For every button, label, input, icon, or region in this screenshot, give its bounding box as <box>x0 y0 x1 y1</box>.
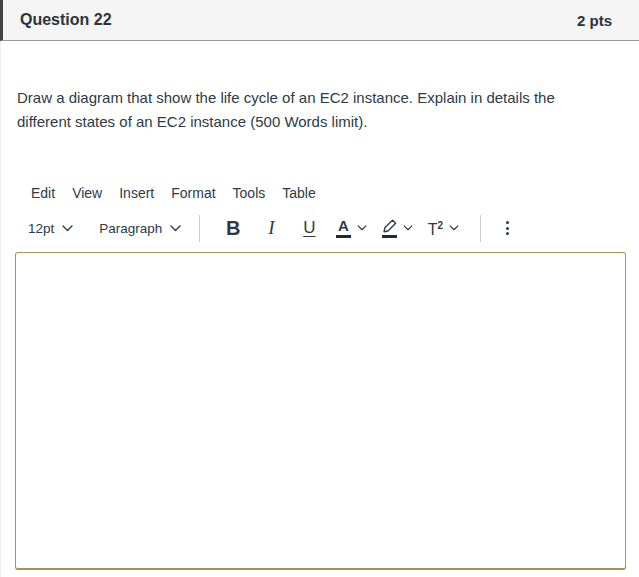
menu-format[interactable]: Format <box>167 183 219 203</box>
highlight-color-button[interactable] <box>374 214 420 242</box>
text-color-button[interactable]: A <box>328 214 374 242</box>
paragraph-format-value: Paragraph <box>99 221 162 236</box>
underline-button[interactable]: U <box>290 214 328 242</box>
question-card: Question 22 2 pts Draw a diagram that sh… <box>0 0 639 577</box>
bold-button[interactable]: B <box>214 214 252 242</box>
question-header: Question 22 2 pts <box>0 0 639 41</box>
menu-insert[interactable]: Insert <box>115 183 158 203</box>
chevron-down-icon <box>449 225 459 231</box>
text-color-icon: A <box>336 219 351 238</box>
paragraph-format-dropdown[interactable]: Paragraph <box>95 221 185 236</box>
question-body: Draw a diagram that show the life cycle … <box>0 41 639 577</box>
editor-menubar: Edit View Insert Format Tools Table <box>27 183 639 203</box>
question-points: 2 pts <box>577 12 612 29</box>
toolbar-divider <box>480 215 481 242</box>
underline-icon: U <box>303 218 315 238</box>
menu-view[interactable]: View <box>68 183 106 203</box>
highlighter-pen-icon <box>382 219 397 238</box>
chevron-down-icon <box>357 225 367 231</box>
italic-icon: I <box>268 217 274 239</box>
font-size-dropdown[interactable]: 12pt <box>24 221 77 236</box>
kebab-menu-icon <box>506 221 509 224</box>
question-text: Draw a diagram that show the life cycle … <box>1 41 607 134</box>
chevron-down-icon <box>170 225 181 232</box>
italic-button[interactable]: I <box>252 214 290 242</box>
more-toolbar-options-button[interactable] <box>495 214 519 242</box>
superscript-icon: T2 <box>428 218 443 238</box>
toolbar-divider <box>199 215 200 242</box>
question-title: Question 22 <box>20 11 112 29</box>
superscript-button[interactable]: T2 <box>420 214 466 242</box>
menu-tools[interactable]: Tools <box>229 183 270 203</box>
font-size-value: 12pt <box>28 221 54 236</box>
rich-text-editor: Edit View Insert Format Tools Table 12pt… <box>1 183 639 570</box>
menu-edit[interactable]: Edit <box>27 183 59 203</box>
chevron-down-icon <box>62 225 73 232</box>
bold-icon: B <box>226 217 240 240</box>
editor-toolbar: 12pt Paragraph B I U <box>24 213 639 243</box>
chevron-down-icon <box>403 225 413 231</box>
editor-textarea[interactable] <box>15 252 626 570</box>
menu-table[interactable]: Table <box>278 183 319 203</box>
